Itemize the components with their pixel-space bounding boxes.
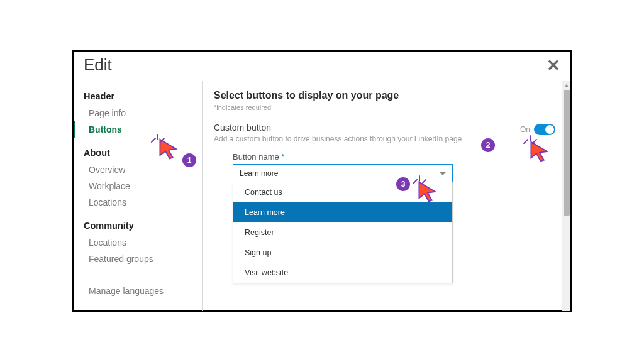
close-icon[interactable]: ✕ xyxy=(547,57,560,74)
required-mark: * xyxy=(281,152,284,162)
sidebar-divider xyxy=(84,275,192,275)
required-note: *indicates required xyxy=(214,104,555,111)
svg-line-3 xyxy=(524,140,528,143)
svg-line-0 xyxy=(152,138,155,142)
svg-line-6 xyxy=(413,180,417,184)
button-name-selected-value: Learn more xyxy=(240,169,278,178)
sidebar-item-manage-languages[interactable]: Manage languages xyxy=(74,283,202,299)
dropdown-option-visit-website[interactable]: Visit website xyxy=(233,263,452,283)
annotation-badge-3: 3 xyxy=(396,177,410,191)
dialog-titlebar: Edit ✕ xyxy=(74,52,570,81)
button-name-label: Button name * xyxy=(233,152,453,162)
sidebar-item-overview[interactable]: Overview xyxy=(74,162,202,178)
dropdown-option-register[interactable]: Register xyxy=(233,222,452,243)
dropdown-option-sign-up[interactable]: Sign up xyxy=(233,243,452,263)
svg-line-2 xyxy=(160,138,164,142)
dropdown-option-learn-more[interactable]: Learn more xyxy=(233,202,452,222)
sidebar: Header Page info Buttons About Overview … xyxy=(74,81,203,311)
sidebar-item-locations[interactable]: Locations xyxy=(74,194,202,211)
sparkle-icon-1 xyxy=(149,131,168,146)
sidebar-item-buttons[interactable]: Buttons xyxy=(74,121,202,138)
sidebar-heading-header: Header xyxy=(74,87,202,105)
dialog-title: Edit xyxy=(84,55,112,75)
custom-button-title: Custom button xyxy=(214,123,520,133)
annotation-badge-1: 1 xyxy=(182,153,196,167)
sidebar-item-page-info[interactable]: Page info xyxy=(74,105,202,121)
main-panel: Select buttons to display on your page *… xyxy=(203,81,562,311)
sidebar-item-workplace[interactable]: Workplace xyxy=(74,178,202,194)
svg-line-8 xyxy=(422,180,426,184)
edit-dialog: Edit ✕ Header Page info Buttons About Ov… xyxy=(72,50,572,312)
chevron-down-icon xyxy=(440,172,446,175)
button-name-label-text: Button name xyxy=(233,152,279,162)
sparkle-icon-3 xyxy=(411,172,430,187)
custom-button-description: Add a custom button to drive business ac… xyxy=(214,134,520,143)
annotation-badge-2: 2 xyxy=(481,138,495,152)
svg-line-5 xyxy=(533,140,536,143)
sidebar-item-comm-locations[interactable]: Locations xyxy=(74,234,202,251)
scrollbar[interactable] xyxy=(562,81,570,311)
sparkle-icon-2 xyxy=(521,132,540,147)
sidebar-item-featured-groups[interactable]: Featured groups xyxy=(74,251,202,267)
main-heading: Select buttons to display on your page xyxy=(214,90,555,101)
scrollbar-thumb[interactable] xyxy=(564,90,570,216)
sidebar-heading-community: Community xyxy=(74,217,202,234)
